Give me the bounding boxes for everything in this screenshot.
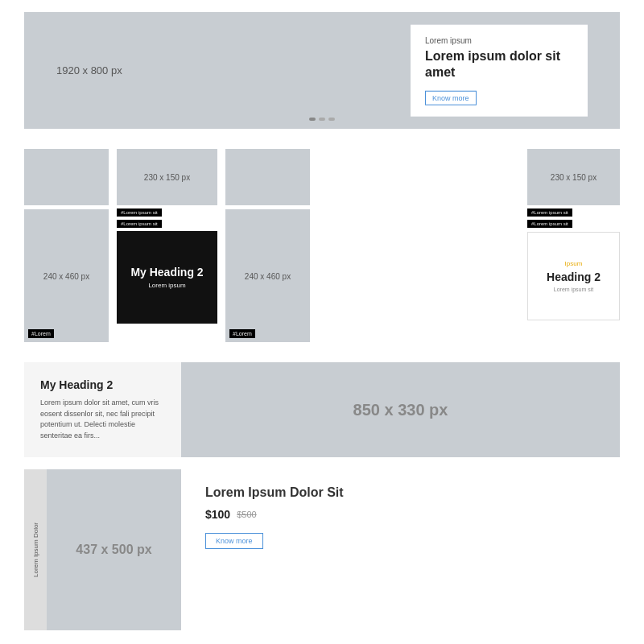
product-main-image: 437 x 500 px bbox=[47, 469, 181, 630]
section3-size-label: 850 x 330 px bbox=[353, 401, 448, 419]
card-left-badge: #Lorem bbox=[28, 329, 54, 338]
product-know-more-button[interactable]: Know more bbox=[205, 533, 263, 549]
product-title: Lorem Ipsum Dolor Sit bbox=[205, 485, 620, 500]
card-mid-badge-row: #Lorem ipsum sit bbox=[117, 208, 217, 217]
card-left-bottom-image: 240 x 460 px #Lorem bbox=[24, 209, 109, 342]
hero-card: Lorem ipsum Lorem ipsum dolor sit amet K… bbox=[411, 24, 588, 117]
card-left-top-image bbox=[24, 149, 109, 205]
card-mid-badge1: #Lorem ipsum sit bbox=[117, 208, 162, 217]
card-mid-black: My Heading 2 Lorem ipsum bbox=[117, 231, 217, 324]
card-mid-badge2: #Lorem ipsum sit bbox=[117, 220, 162, 228]
hero-dot-3[interactable] bbox=[328, 118, 335, 121]
price-row: $100 $500 bbox=[205, 508, 620, 521]
hero-dots bbox=[309, 118, 335, 121]
card-rg-badge2: #Lorem ipsum sit bbox=[527, 220, 572, 228]
card-right-bottom-image: 240 x 460 px #Lorem bbox=[225, 209, 310, 342]
card-mid-badge-row2: #Lorem ipsum sit bbox=[117, 220, 217, 228]
product-side-text: Lorem Ipsum Dolor bbox=[24, 469, 47, 630]
price-current: $100 bbox=[205, 508, 230, 521]
hero-dot-2[interactable] bbox=[319, 118, 325, 121]
card-white-heading: Heading 2 bbox=[547, 270, 601, 284]
product-image-wrap: Lorem Ipsum Dolor 437 x 500 px bbox=[24, 469, 181, 630]
section3-text: My Heading 2 Lorem ipsum dolor sit amet,… bbox=[24, 362, 181, 457]
card-right-group-top: 230 x 150 px bbox=[527, 149, 620, 205]
section3-image: 850 x 330 px bbox=[181, 362, 620, 457]
price-old: $500 bbox=[237, 510, 256, 519]
card-rg-badge-row1: #Lorem ipsum sit bbox=[527, 208, 620, 217]
product-img-size-label: 437 x 500 px bbox=[76, 543, 151, 557]
product-info: Lorem Ipsum Dolor Sit $100 $500 Know mor… bbox=[205, 469, 620, 549]
card-mid-size-label: 230 x 150 px bbox=[144, 173, 190, 182]
card-right-group: 230 x 150 px #Lorem ipsum sit #Lorem ips… bbox=[527, 149, 620, 320]
hero-dot-1[interactable] bbox=[309, 118, 316, 121]
hero-banner: 1920 x 800 px Lorem ipsum Lorem ipsum do… bbox=[24, 12, 620, 129]
card-white-border: Ipsum Heading 2 Lorem ipsum sit bbox=[527, 232, 620, 320]
card-mid-black-sub: Lorem ipsum bbox=[148, 282, 185, 289]
card-rg-badge1: #Lorem ipsum sit bbox=[527, 208, 572, 217]
card-mid: 230 x 150 px #Lorem ipsum sit #Lorem ips… bbox=[117, 149, 217, 324]
hero-title: Lorem ipsum dolor sit amet bbox=[425, 47, 573, 81]
hero-know-more-button[interactable]: Know more bbox=[425, 91, 477, 105]
cards-section: 240 x 460 px #Lorem 230 x 150 px #Lorem … bbox=[0, 141, 644, 350]
hero-size-label: 1920 x 800 px bbox=[56, 64, 122, 76]
card-right-badge: #Lorem bbox=[229, 329, 255, 338]
card-mid-black-heading: My Heading 2 bbox=[130, 266, 203, 279]
section4: Lorem Ipsum Dolor 437 x 500 px Lorem Ips… bbox=[0, 469, 644, 644]
section3-heading: My Heading 2 bbox=[40, 378, 165, 391]
card-rg-size-label: 230 x 150 px bbox=[551, 173, 597, 182]
section3-inner: My Heading 2 Lorem ipsum dolor sit amet,… bbox=[24, 362, 620, 457]
card-tall-left: 240 x 460 px #Lorem bbox=[24, 149, 109, 342]
card-mid-top-image: 230 x 150 px bbox=[117, 149, 217, 205]
card-rg-badge-row2: #Lorem ipsum sit bbox=[527, 220, 620, 228]
section3: My Heading 2 Lorem ipsum dolor sit amet,… bbox=[0, 350, 644, 469]
cards-row: 240 x 460 px #Lorem 230 x 150 px #Lorem … bbox=[24, 149, 620, 342]
card-white-lorem-sub: Lorem ipsum sit bbox=[554, 287, 593, 292]
hero-lorem-small: Lorem ipsum bbox=[425, 35, 573, 44]
hero-section: 1920 x 800 px Lorem ipsum Lorem ipsum do… bbox=[0, 0, 644, 141]
section3-body: Lorem ipsum dolor sit amet, cum vris eos… bbox=[40, 398, 165, 441]
card-right-top-image bbox=[225, 149, 310, 205]
card-tall-right: 240 x 460 px #Lorem bbox=[225, 149, 310, 342]
card-ipsum-label: Ipsum bbox=[565, 260, 583, 267]
